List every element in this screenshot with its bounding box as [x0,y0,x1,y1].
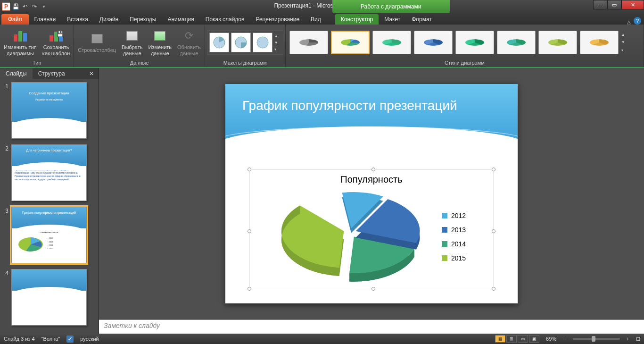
save-button[interactable]: 💾 [11,2,20,11]
tab-home[interactable]: Главная [29,14,62,25]
slide-thumbnail[interactable] [11,269,87,326]
chart-object[interactable]: Популярность [249,169,494,289]
status-theme: "Волна" [41,336,60,342]
chart-tools-context-title: Работа с диаграммами [332,0,450,13]
tab-design[interactable]: Дизайн [94,14,124,25]
styles-scroll-up-icon[interactable]: ▲ [621,33,628,37]
title-bar: P 💾 ↶ ↷ ▼ Презентация1 - Microsoft Power… [0,0,644,13]
gallery-more-icon[interactable]: ▾ [274,47,281,51]
status-slide-info: Слайд 3 из 4 [4,336,35,342]
ribbon-group-data: Строка/столбец Выбрать данные Изменить д… [74,25,205,67]
change-chart-type-button[interactable]: Изменить тип диаграммы [2,27,39,58]
qat-dropdown-icon[interactable]: ▼ [40,2,48,11]
edit-data-button[interactable]: Изменить данные [146,27,173,58]
slide-thumbnail-selected[interactable]: График популярности презентаций Популярн… [11,207,87,263]
chart-style-option[interactable] [372,31,411,54]
select-data-icon [126,31,138,41]
slide-title[interactable]: График популярности презентаций [225,84,518,127]
ribbon-group-chart-layouts: ▲ ▼ ▾ Макеты диаграмм [205,25,286,67]
slideshow-view-button[interactable]: ▣ [529,335,539,343]
minimize-button[interactable]: ─ [593,0,607,9]
refresh-data-button[interactable]: ⟳ Обновить данные [175,27,203,58]
minimize-ribbon-icon[interactable]: △ [627,19,631,25]
file-tab[interactable]: Файл [1,14,29,25]
chart-style-option[interactable] [414,31,453,54]
status-language[interactable]: русский [80,336,99,342]
save-as-template-button[interactable]: 💾 Сохранить как шаблон [41,27,72,58]
fit-to-window-button[interactable]: ⊡ [636,336,640,342]
tab-chart-design[interactable]: Конструктор [335,14,379,25]
pie-layout-icon [256,35,270,50]
tab-slideshow[interactable]: Показ слайдов [200,14,250,25]
switch-row-column-button[interactable]: Строка/столбец [76,30,118,54]
styles-more-icon[interactable]: ▾ [621,48,628,52]
sorter-view-button[interactable]: ⊞ [506,335,517,343]
chart-layout-option[interactable] [209,33,229,52]
chart-style-option[interactable] [455,31,494,54]
slide-header: График популярности презентаций [225,84,518,150]
undo-button[interactable]: ↶ [21,2,29,11]
panel-tab-slides[interactable]: Слайды [0,68,33,79]
notes-pane[interactable]: Заметки к слайду [99,319,644,334]
chart-style-option[interactable] [497,31,536,54]
zoom-out-button[interactable]: − [563,336,566,342]
reading-view-button[interactable]: ▭ [518,335,528,343]
slide-panel: Слайды Структура ✕ 1 Создание презентаци… [0,68,99,334]
gallery-scroll-up-icon[interactable]: ▲ [274,34,281,38]
ribbon-group-type: Изменить тип диаграммы 💾 Сохранить как ш… [0,25,74,67]
spellcheck-icon[interactable]: ✔ [66,336,74,343]
quick-access-toolbar: P 💾 ↶ ↷ ▼ [0,2,48,11]
slide[interactable]: График популярности презентаций Популярн… [225,84,518,303]
legend-item: 2014 [442,240,484,248]
close-button[interactable]: ✕ [621,0,644,9]
slide-thumbnail[interactable]: Создание презентацииРазработка инструмен… [11,82,87,139]
select-data-button[interactable]: Выбрать данные [120,27,144,58]
tab-review[interactable]: Рецензирование [250,14,305,25]
view-buttons: ▦ ⊞ ▭ ▣ [495,335,539,343]
chart-style-option[interactable] [289,31,328,54]
tab-view[interactable]: Вид [305,14,327,25]
tab-insert[interactable]: Вставка [61,14,94,25]
chart-bars-icon [14,30,27,42]
ribbon-group-chart-styles: ▲ ▼ ▾ Стили диаграмм [286,25,644,67]
editor-area: График популярности презентаций Популярн… [99,68,644,334]
ribbon-tabs: Файл Главная Вставка Дизайн Переходы Ани… [0,13,644,25]
tab-chart-format[interactable]: Формат [406,14,438,25]
refresh-icon: ⟳ [182,28,197,43]
chart-legend[interactable]: 2012 2013 2014 2015 [442,190,484,284]
ribbon: Изменить тип диаграммы 💾 Сохранить как ш… [0,25,644,68]
help-icon[interactable]: ? [634,17,641,25]
pie-layout-icon [212,35,226,50]
chart-layout-gallery[interactable]: ▲ ▼ ▾ [207,30,283,55]
redo-button[interactable]: ↷ [30,2,39,11]
slide-canvas-area[interactable]: График популярности презентаций Популярн… [99,68,644,319]
chart-title[interactable]: Популярность [249,169,494,190]
panel-tab-outline[interactable]: Структура [33,68,71,79]
normal-view-button[interactable]: ▦ [495,335,505,343]
window-controls: ─ ▭ ✕ [593,0,644,9]
zoom-in-button[interactable]: + [627,336,629,342]
thumb-number: 4 [3,269,8,326]
chart-style-option[interactable] [538,31,577,54]
slide-thumbnails: 1 Создание презентацииРазработка инструм… [0,79,99,334]
slide-thumbnail[interactable]: Для чего нужна презентация? Презентация … [11,144,87,201]
zoom-level[interactable]: 69% [546,336,556,342]
panel-close-button[interactable]: ✕ [84,70,99,77]
tab-transitions[interactable]: Переходы [124,14,162,25]
thumb-number: 3 [3,207,8,263]
pie-chart[interactable] [259,190,442,284]
edit-data-icon [154,31,165,41]
tab-animations[interactable]: Анимация [162,14,199,25]
chart-layout-option[interactable] [231,33,251,52]
powerpoint-logo-icon: P [2,2,10,11]
chart-style-option[interactable] [580,31,619,54]
thumb-pie-icon [17,234,45,253]
tab-chart-layout[interactable]: Макет [379,14,406,25]
maximize-button[interactable]: ▭ [607,0,621,9]
chart-layout-option[interactable] [253,33,272,52]
styles-scroll-down-icon[interactable]: ▼ [621,40,628,44]
zoom-slider[interactable] [573,338,620,340]
gallery-scroll-down-icon[interactable]: ▼ [274,41,281,45]
chart-style-option-selected[interactable] [331,31,370,54]
status-bar: Слайд 3 из 4 "Волна" ✔ русский ▦ ⊞ ▭ ▣ 6… [0,334,644,344]
